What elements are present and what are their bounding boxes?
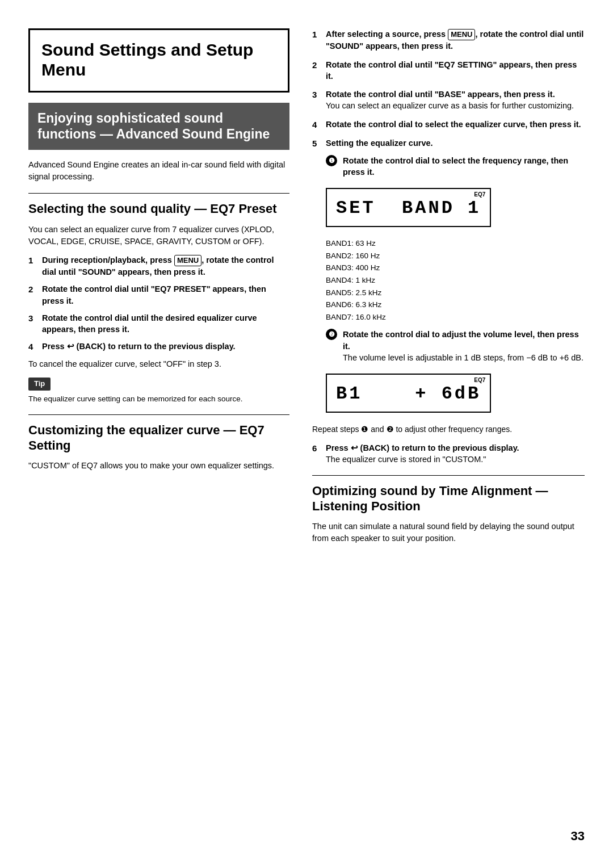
step-content: Press ↩ (BACK) to return to the previous… bbox=[326, 442, 585, 466]
lcd-text-1: SET BAND 1 bbox=[336, 194, 481, 221]
circle-num-2: ❷ bbox=[326, 329, 337, 340]
menu-button-label: MENU bbox=[174, 255, 201, 266]
step-normal: The equalizer curve is stored in "CUSTOM… bbox=[326, 455, 486, 464]
step-bold: Setting the equalizer curve. bbox=[326, 139, 433, 148]
cancel-note: To cancel the equalizer curve, select "O… bbox=[28, 358, 289, 370]
optimizing-body: The unit can simulate a natural sound fi… bbox=[312, 521, 585, 544]
step-number: 3 bbox=[312, 89, 321, 112]
sub-step-2-content: Rotate the control dial to adjust the vo… bbox=[343, 329, 585, 363]
list-item: 2 Rotate the control dial until "EQ7 SET… bbox=[312, 59, 585, 82]
step-bold: Rotate the control dial until "EQ7 PRESE… bbox=[42, 284, 266, 305]
right-divider bbox=[312, 475, 585, 476]
sound-settings-box: Sound Settings and Setup Menu bbox=[28, 28, 289, 93]
tip-text: The equalizer curve setting can be memor… bbox=[28, 394, 289, 405]
advanced-body-text: Advanced Sound Engine creates an ideal i… bbox=[28, 159, 289, 183]
band-item: BAND7: 16.0 kHz bbox=[326, 311, 585, 324]
circle-num-1: ❶ bbox=[326, 155, 337, 166]
step-content: Rotate the control dial to select the eq… bbox=[326, 119, 585, 131]
lcd-label-2: EQ7 bbox=[474, 376, 485, 384]
eq7-setting-title: Customizing the equalizer curve — EQ7 Se… bbox=[28, 423, 289, 453]
eq7-preset-steps: 1 During reception/playback, press MENU,… bbox=[28, 254, 289, 353]
step-bold: After selecting a source, press MENU, ro… bbox=[326, 30, 583, 51]
step-bold: During reception/playback, press MENU, r… bbox=[42, 255, 274, 276]
band-item: BAND5: 2.5 kHz bbox=[326, 287, 585, 299]
advanced-box: Enjoying sophisticated sound functions —… bbox=[28, 103, 289, 150]
sub-step-bold: Rotate the control dial to adjust the vo… bbox=[343, 330, 579, 350]
list-item: 6 Press ↩ (BACK) to return to the previo… bbox=[312, 442, 585, 466]
lcd-display-2-wrapper: EQ7 B1 + 6dB bbox=[326, 368, 585, 418]
list-item: 3 Rotate the control dial until "BASE" a… bbox=[312, 89, 585, 112]
list-item: 3 Rotate the control dial until the desi… bbox=[28, 312, 289, 336]
lcd-display-1: EQ7 SET BAND 1 bbox=[326, 188, 491, 227]
step-number: 4 bbox=[312, 119, 321, 131]
repeat-text: Repeat steps ❶ and ❷ to adjust other fre… bbox=[312, 424, 585, 435]
band-item: BAND4: 1 kHz bbox=[326, 274, 585, 287]
step-bold: Rotate the control dial until the desire… bbox=[42, 313, 257, 334]
sub-step-2: ❷ Rotate the control dial to adjust the … bbox=[326, 329, 585, 363]
list-item: 5 Setting the equalizer curve. bbox=[312, 137, 585, 149]
tip-container: Tip The equalizer curve setting can be m… bbox=[28, 377, 289, 404]
sub-step-normal: The volume level is adjustable in 1 dB s… bbox=[343, 353, 583, 362]
step-content: Rotate the control dial until "EQ7 SETTI… bbox=[326, 59, 585, 82]
left-column: Sound Settings and Setup Menu Enjoying s… bbox=[28, 28, 289, 834]
sub-step-1: ❶ Rotate the control dial to select the … bbox=[326, 155, 585, 178]
step-content: Rotate the control dial until "EQ7 PRESE… bbox=[42, 283, 289, 307]
step-number: 6 bbox=[312, 442, 321, 466]
lcd-text-2: B1 + 6dB bbox=[336, 379, 481, 407]
eq7-preset-body: You can select an equalizer curve from 7… bbox=[28, 224, 289, 248]
right-column: 1 After selecting a source, press MENU, … bbox=[312, 28, 585, 834]
optimizing-title: Optimizing sound by Time Alignment — Lis… bbox=[312, 484, 585, 514]
step-number: 1 bbox=[28, 254, 37, 278]
page-number: 33 bbox=[571, 828, 585, 845]
band-list: BAND1: 63 Hz BAND2: 160 Hz BAND3: 400 Hz… bbox=[326, 237, 585, 323]
step-content: Rotate the control dial until the desire… bbox=[42, 312, 289, 336]
step-number: 4 bbox=[28, 341, 37, 353]
lcd-label-1: EQ7 bbox=[474, 191, 485, 199]
step-number: 1 bbox=[312, 28, 321, 52]
list-item: 1 After selecting a source, press MENU, … bbox=[312, 28, 585, 52]
sound-settings-title: Sound Settings and Setup Menu bbox=[41, 40, 276, 79]
tip-label: Tip bbox=[28, 378, 51, 390]
step-number: 3 bbox=[28, 312, 37, 336]
list-item: 4 Rotate the control dial to select the … bbox=[312, 119, 585, 131]
divider-1 bbox=[28, 193, 289, 194]
step-content: After selecting a source, press MENU, ro… bbox=[326, 28, 585, 52]
step-bold: Rotate the control dial to select the eq… bbox=[326, 120, 581, 129]
step-bold: Rotate the control dial until "BASE" app… bbox=[326, 90, 555, 99]
page: Sound Settings and Setup Menu Enjoying s… bbox=[0, 0, 613, 868]
eq7-setting-body: "CUSTOM" of EQ7 allows you to make your … bbox=[28, 460, 289, 472]
step-bold: Press ↩ (BACK) to return to the previous… bbox=[326, 443, 519, 452]
step-number: 2 bbox=[28, 283, 37, 307]
step-bold: Press ↩ (BACK) to return to the previous… bbox=[42, 342, 236, 351]
list-item: 1 During reception/playback, press MENU,… bbox=[28, 254, 289, 278]
step-content: Setting the equalizer curve. bbox=[326, 137, 585, 149]
advanced-box-title: Enjoying sophisticated sound functions —… bbox=[37, 111, 280, 142]
lcd-display-1-wrapper: EQ7 SET BAND 1 bbox=[326, 182, 585, 233]
menu-button-label: MENU bbox=[448, 29, 475, 40]
band-item: BAND6: 6.3 kHz bbox=[326, 299, 585, 311]
sub-step-bold: Rotate the control dial to select the fr… bbox=[343, 156, 568, 177]
right-top-steps: 1 After selecting a source, press MENU, … bbox=[312, 28, 585, 149]
list-item: 2 Rotate the control dial until "EQ7 PRE… bbox=[28, 283, 289, 307]
step-content: Rotate the control dial until "BASE" app… bbox=[326, 89, 585, 112]
eq7-preset-title: Selecting the sound quality — EQ7 Preset bbox=[28, 202, 289, 216]
band-item: BAND1: 63 Hz bbox=[326, 237, 585, 250]
sub-step-1-content: Rotate the control dial to select the fr… bbox=[343, 155, 585, 178]
step-bold: Rotate the control dial until "EQ7 SETTI… bbox=[326, 60, 577, 81]
band-item: BAND2: 160 Hz bbox=[326, 250, 585, 262]
step-6-list: 6 Press ↩ (BACK) to return to the previo… bbox=[312, 442, 585, 466]
list-item: 4 Press ↩ (BACK) to return to the previo… bbox=[28, 341, 289, 353]
band-item: BAND3: 400 Hz bbox=[326, 262, 585, 274]
step-content: During reception/playback, press MENU, r… bbox=[42, 254, 289, 278]
lcd-display-2: EQ7 B1 + 6dB bbox=[326, 374, 491, 413]
step-content: Press ↩ (BACK) to return to the previous… bbox=[42, 341, 289, 353]
step-normal: You can select an equalizer curve as a b… bbox=[326, 101, 574, 110]
step-number: 2 bbox=[312, 59, 321, 82]
divider-2 bbox=[28, 414, 289, 415]
step-number: 5 bbox=[312, 137, 321, 149]
